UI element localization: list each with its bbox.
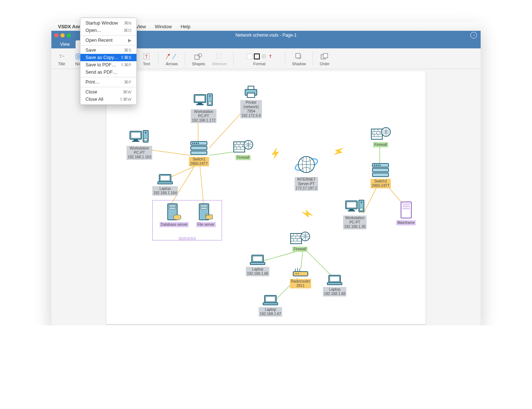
- node-ws2[interactable]: WorkstationPC-PT192.168.1.163: [127, 130, 152, 160]
- tool-shadow[interactable]: Shadow: [289, 51, 309, 66]
- svg-rect-32: [191, 146, 207, 150]
- node-fileserver[interactable]: File server: [196, 203, 216, 227]
- svg-rect-87: [206, 214, 209, 215]
- node-ws3[interactable]: WorkstationPC-PT192.168.1.35: [343, 199, 367, 229]
- node-label-line: PC-PT: [134, 151, 145, 155]
- node-laptop3[interactable]: Laptop192.168.1.68: [323, 274, 346, 296]
- menu-window[interactable]: Window: [152, 23, 175, 30]
- node-label-line: INTERNET: [297, 177, 316, 181]
- svg-rect-55: [347, 202, 356, 208]
- node-label-line: Laptop: [265, 307, 276, 312]
- menu-item-open-[interactable]: Open…⌘O: [80, 27, 136, 34]
- tool-text[interactable]: TText: [138, 51, 154, 66]
- node-laptop4[interactable]: Laptop192.168.1.67: [259, 295, 282, 317]
- tool-label: Order: [320, 62, 329, 66]
- node-label-line: Printer: [246, 100, 256, 104]
- fileserver-icon: [196, 203, 216, 222]
- menu-help[interactable]: Help: [178, 23, 193, 30]
- node-label: INTERNETServer-PT172.17.197.2: [295, 177, 318, 191]
- svg-rect-20: [208, 102, 211, 104]
- menu-item-label: Save to PDF…: [85, 62, 116, 67]
- tool-arrows[interactable]: Arrows: [162, 51, 181, 66]
- svg-point-29: [145, 132, 146, 133]
- svg-rect-53: [379, 165, 380, 166]
- menu-item-save-as-copy-[interactable]: Save as Copy…⇧⌘S: [80, 54, 136, 61]
- node-radiorouter[interactable]: Radiorouter2811: [290, 267, 311, 288]
- node-laptop1[interactable]: Laptop192.168.1.164: [152, 174, 178, 196]
- svg-point-59: [361, 202, 362, 203]
- tool-order[interactable]: Order: [317, 51, 333, 66]
- canvas-area[interactable]: ⚡ ⚡ ⚡ SERVERS WorkstationPC-PT192.168.1.…: [51, 69, 481, 325]
- firewall-icon: [233, 139, 253, 155]
- node-firewall1[interactable]: Firewall: [233, 139, 253, 160]
- menu-separator: [80, 45, 136, 45]
- node-label-line: 172.17.197.2: [296, 186, 317, 190]
- svg-rect-84: [201, 205, 207, 207]
- menu-item-close[interactable]: Close⌘W: [80, 88, 136, 96]
- menu-shortcut: ⇧⌘S: [120, 55, 131, 60]
- node-label-line: Mainframe: [397, 221, 415, 225]
- toolbar-separator: [285, 51, 285, 66]
- stroke-color-icon[interactable]: [254, 54, 260, 59]
- line-style-icon[interactable]: [261, 54, 267, 59]
- svg-rect-56: [349, 209, 354, 210]
- svg-rect-27: [132, 141, 139, 142]
- svg-rect-42: [158, 182, 172, 184]
- menu-item-save-to-pdf-[interactable]: Save to PDF…⇧⌘P: [80, 61, 136, 69]
- text-color-icon[interactable]: T: [269, 54, 272, 59]
- svg-rect-81: [169, 207, 176, 209]
- dbserver-icon: [160, 203, 189, 222]
- svg-rect-75: [327, 283, 342, 285]
- node-label-line: 192.168.1.35: [344, 225, 365, 229]
- node-label: WorkstationPC-PT192.168.1.172: [191, 109, 216, 123]
- laptop-icon: [246, 254, 269, 266]
- node-firewall3[interactable]: Firewall: [290, 231, 310, 252]
- menu-item-close-all[interactable]: Close All⇧⌘W: [80, 96, 136, 103]
- node-mainframe[interactable]: Mainframe: [396, 201, 416, 225]
- fill-color-icon[interactable]: [247, 54, 252, 59]
- node-label-line: PC-PT: [198, 114, 209, 118]
- node-label-line: 2960-24TT: [372, 184, 390, 188]
- svg-rect-8: [247, 54, 252, 59]
- svg-rect-74: [330, 276, 339, 281]
- chevron-right-icon: ▶: [128, 38, 131, 43]
- file-menu-dropdown: Startup Window⌘NOpen…⌘OOpen Recent▶Save⌘…: [80, 22, 137, 105]
- node-switch1[interactable]: Switch12960-24TT: [189, 141, 209, 166]
- svg-rect-49: [372, 173, 389, 177]
- node-label-line: Database server: [161, 222, 187, 226]
- svg-rect-36: [196, 143, 197, 144]
- svg-point-19: [209, 95, 211, 97]
- menu-item-open-recent[interactable]: Open Recent▶: [80, 37, 136, 44]
- remove-icon: [216, 51, 223, 62]
- tool-label: Format: [253, 62, 265, 66]
- tool-format[interactable]: T Format: [237, 51, 281, 66]
- tab-view[interactable]: View: [54, 40, 76, 48]
- tool-label: Shapes: [192, 62, 205, 66]
- node-dbserver[interactable]: Database server: [160, 203, 189, 227]
- node-label: Firewall: [373, 142, 388, 147]
- tool-title[interactable]: 𝚃┄Title: [54, 51, 70, 66]
- svg-rect-80: [169, 205, 176, 207]
- tool-shapes[interactable]: Shapes: [189, 51, 208, 66]
- svg-rect-37: [198, 143, 199, 144]
- node-laptop2[interactable]: Laptop192.168.1.66: [246, 254, 269, 276]
- svg-rect-78: [263, 303, 278, 305]
- diagram-page[interactable]: ⚡ ⚡ ⚡ SERVERS WorkstationPC-PT192.168.1.…: [106, 71, 426, 324]
- menu-item-save[interactable]: Save⌘S: [80, 47, 136, 54]
- menu-item-send-as-pdf-[interactable]: Send as PDF…: [80, 69, 136, 76]
- svg-rect-62: [402, 203, 410, 205]
- node-ws1[interactable]: WorkstationPC-PT192.168.1.172: [191, 93, 216, 123]
- menu-item-startup-window[interactable]: Startup Window⌘N: [80, 22, 136, 27]
- shapes-icon: [194, 51, 203, 62]
- node-label: Printer(network)7954192.172.5.8: [240, 100, 262, 118]
- menu-item-label: Open…: [85, 28, 101, 33]
- node-switch2[interactable]: Switch22960-24TT: [371, 163, 391, 188]
- tool-label: Title: [58, 62, 65, 66]
- menu-item-print-[interactable]: Print…⌘P: [80, 78, 136, 86]
- node-internet[interactable]: INTERNETServer-PT172.17.197.2: [294, 154, 319, 191]
- node-label-line: Radiorouter: [291, 279, 310, 283]
- node-firewall2[interactable]: Firewall: [371, 126, 391, 147]
- smiley-icon[interactable]: [470, 32, 477, 38]
- node-label: Mainframe: [396, 220, 416, 225]
- node-printer[interactable]: Printer(network)7954192.172.5.8: [240, 86, 262, 118]
